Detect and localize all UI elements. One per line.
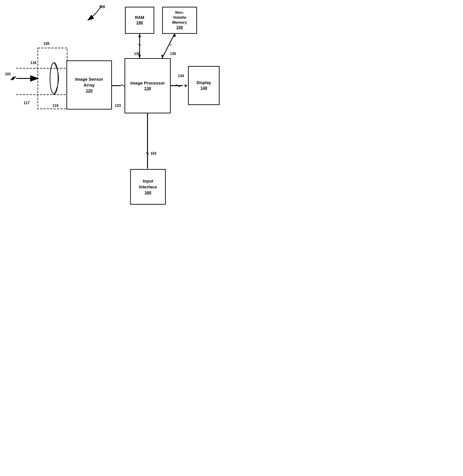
image-sensor-box: Image SensorArray 120 bbox=[66, 60, 112, 110]
ram-label: RAM bbox=[135, 15, 144, 20]
patent-diagram: RAM 190 Non-VolatileMemory 150 Image Sen… bbox=[0, 0, 232, 238]
label-139: 139 bbox=[134, 52, 140, 56]
ram-number: 190 bbox=[136, 20, 143, 26]
label-100: 100 bbox=[99, 5, 105, 9]
image-sensor-label: Image SensorArray bbox=[75, 76, 103, 88]
svg-marker-8 bbox=[138, 34, 141, 37]
svg-point-1 bbox=[50, 63, 58, 94]
label-123: 123 bbox=[115, 104, 121, 108]
label-134: 134 bbox=[178, 74, 184, 78]
label-163: 163 bbox=[151, 151, 157, 156]
input-interface-number: 160 bbox=[145, 190, 151, 195]
ram-box: RAM 190 bbox=[125, 7, 154, 34]
label-101: 101 bbox=[5, 72, 11, 76]
input-interface-label: InputInterface bbox=[139, 178, 157, 190]
nvm-box: Non-VolatileMemory 150 bbox=[162, 7, 197, 34]
image-sensor-number: 120 bbox=[86, 88, 93, 93]
nvm-label: Non-VolatileMemory bbox=[172, 10, 187, 25]
input-interface-box: InputInterface 160 bbox=[130, 169, 166, 205]
label-117: 117 bbox=[24, 101, 30, 105]
display-box: Display 140 bbox=[188, 66, 220, 105]
label-116: 116 bbox=[30, 61, 36, 65]
display-label: Display bbox=[196, 80, 211, 85]
image-processor-number: 130 bbox=[144, 86, 151, 91]
label-135: 135 bbox=[170, 52, 176, 56]
image-processor-label: Image Processor bbox=[130, 80, 165, 86]
image-processor-box: Image Processor 130 bbox=[125, 58, 171, 113]
label-105: 105 bbox=[44, 42, 50, 46]
svg-marker-14 bbox=[185, 84, 187, 87]
nvm-number: 150 bbox=[176, 25, 183, 30]
display-number: 140 bbox=[200, 86, 207, 91]
diagram-svg bbox=[0, 0, 232, 238]
label-115: 115 bbox=[53, 104, 59, 108]
